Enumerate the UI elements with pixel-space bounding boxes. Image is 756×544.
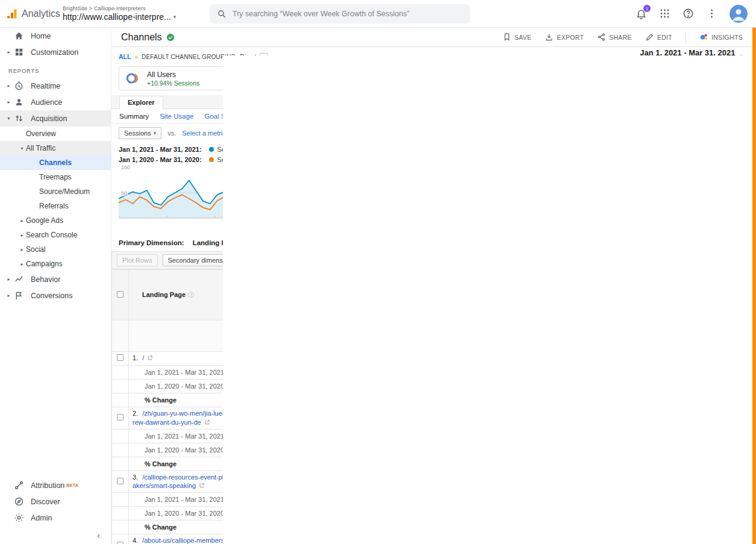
toolbar-divider <box>686 32 686 43</box>
sidebar-item-conversions[interactable]: ▸Conversions <box>0 287 111 304</box>
legend-range: Jan 1, 2020 - Mar 31, 2020: <box>119 156 202 163</box>
action-label: EDIT <box>657 34 672 41</box>
user-avatar[interactable] <box>729 5 748 23</box>
y-axis-label: 50 <box>120 190 128 196</box>
help-icon[interactable] <box>683 8 694 19</box>
open-in-new-icon[interactable] <box>147 355 153 361</box>
report-main: Channels SAVEEXPORTSHAREEDITINSIGHTS ALL… <box>111 28 752 544</box>
export-button[interactable]: EXPORT <box>545 33 584 42</box>
search-bar[interactable] <box>210 4 470 23</box>
sidebar-item-search-console[interactable]: ▸Search Console <box>0 228 111 242</box>
sidebar-item-overview[interactable]: Overview <box>0 127 111 141</box>
attribution-icon <box>14 480 24 490</box>
help-icon[interactable]: ? <box>188 292 194 298</box>
sidebar-item-all-traffic[interactable]: ▾All Traffic <box>0 141 111 155</box>
save-icon <box>502 33 511 42</box>
chevron-right-icon: ▸ <box>5 277 13 282</box>
open-in-new-icon[interactable] <box>199 483 205 489</box>
behavior-icon <box>14 274 24 284</box>
segment-delta: +10.94% Sessions <box>147 80 199 87</box>
home-icon <box>14 31 24 41</box>
sidebar-item-realtime[interactable]: ▸Realtime <box>0 78 111 94</box>
sidebar-item-referrals[interactable]: Referrals <box>0 199 111 213</box>
sidebar-section-label: REPORTS <box>0 60 111 78</box>
edit-button[interactable]: EDIT <box>645 33 672 42</box>
sidebar-item-social[interactable]: ▸Social <box>0 242 111 257</box>
sidebar-item-label: Campaigns <box>26 260 63 268</box>
save-button[interactable]: SAVE <box>502 33 531 42</box>
row-checkbox[interactable] <box>117 478 123 484</box>
property-selector[interactable]: BrightSite > Calliope-Interpreters http:… <box>63 5 201 22</box>
select-all-checkbox[interactable] <box>117 291 123 298</box>
conversions-icon <box>14 290 24 301</box>
sidebar-item-behavior[interactable]: ▸Behavior <box>0 271 111 287</box>
plot-rows-button[interactable]: Plot Rows <box>117 254 158 266</box>
analytics-home-link[interactable]: Analytics <box>0 7 60 20</box>
breadcrumb-all-link[interactable]: ALL <box>119 53 131 60</box>
row-checkbox[interactable] <box>117 354 123 361</box>
sidebar-item-label: Source/Medium <box>39 187 90 196</box>
landing-page-link[interactable]: / <box>142 354 144 361</box>
row-checkbox[interactable] <box>117 414 123 421</box>
sidebar-item-label: Channels <box>39 158 72 167</box>
insights-button[interactable]: INSIGHTS <box>699 33 743 42</box>
sidebar-item-label: Search Console <box>26 231 77 239</box>
sidebar-item-home[interactable]: Home <box>0 28 111 44</box>
chevron-right-icon: ▸ <box>18 233 26 238</box>
sidebar-item-campaigns[interactable]: ▸Campaigns <box>0 257 111 271</box>
segment-name: All Users <box>147 70 199 79</box>
audience-icon <box>14 97 24 107</box>
sidebar-item-attribution[interactable]: AttributionBETA <box>0 477 111 493</box>
legend-dot-icon <box>209 157 214 162</box>
sidebar-item-channels[interactable]: Channels <box>0 155 111 170</box>
sidebar-item-label: Customization <box>31 48 78 57</box>
notification-badge: 1 <box>643 5 651 12</box>
subtab-summary[interactable]: Summary <box>119 113 149 120</box>
search-input[interactable] <box>233 10 463 18</box>
notifications-button[interactable]: 1 <box>636 8 647 19</box>
legend-range: Jan 1, 2021 - Mar 31, 2021: <box>119 146 202 153</box>
select-metric-link[interactable]: Select a metric <box>182 130 226 137</box>
collapse-sidebar-icon[interactable]: ‹ <box>97 531 100 540</box>
scrollbar-thumb[interactable] <box>752 28 756 544</box>
sidebar-item-label: Home <box>31 32 51 40</box>
sidebar-item-discover[interactable]: Discover <box>0 493 111 510</box>
apps-grid-icon[interactable] <box>659 8 670 19</box>
segment-donut-icon <box>125 70 141 86</box>
action-label: SHARE <box>609 34 632 41</box>
sidebar-item-treemaps[interactable]: Treemaps <box>0 170 111 184</box>
sidebar-item-label: Audience <box>31 98 62 107</box>
sidebar-item-audience[interactable]: ▸Audience <box>0 94 111 110</box>
sidebar-item-google-ads[interactable]: ▸Google Ads <box>0 213 111 228</box>
sidebar-item-label: Admin <box>31 514 52 522</box>
open-in-new-icon[interactable] <box>204 419 210 425</box>
product-name: Analytics <box>22 8 60 19</box>
row-index: 2. <box>133 410 138 417</box>
action-label: SAVE <box>514 34 531 41</box>
sidebar-item-label: All Traffic <box>26 144 55 152</box>
chevron-right-icon: ▸ <box>18 218 26 224</box>
chevron-right-icon: ▸ <box>5 99 13 105</box>
sidebar-item-admin[interactable]: Admin <box>0 510 111 526</box>
subtab-site-usage[interactable]: Site Usage <box>160 113 193 120</box>
row-checkbox[interactable] <box>117 542 123 544</box>
export-icon <box>545 33 554 42</box>
row-index: 3. <box>133 474 138 481</box>
sidebar-item-acquisition[interactable]: ▾Acquisition <box>0 110 111 127</box>
more-options-icon[interactable] <box>706 8 717 19</box>
report-table: Landing Page? Acquisition Behavior Conve… <box>111 269 745 544</box>
tab-explorer[interactable]: Explorer <box>119 96 163 109</box>
share-button[interactable]: SHARE <box>597 33 632 42</box>
chevron-down-icon: ▾ <box>154 130 157 136</box>
chevron-right-icon: ▸ <box>18 261 26 267</box>
page-title: Channels <box>121 32 162 43</box>
chevron-down-icon: ▾ <box>18 146 26 151</box>
sidebar-item-source-medium[interactable]: Source/Medium <box>0 184 111 199</box>
sidebar-item-customization[interactable]: ▸Customization <box>0 44 111 60</box>
beta-badge: BETA <box>66 483 78 488</box>
sidebar-item-label: Overview <box>26 130 56 138</box>
vs-label: vs. <box>167 130 176 137</box>
metric-dropdown[interactable]: Sessions▾ <box>119 127 161 139</box>
landing-page-column-header[interactable]: Landing Page <box>142 291 186 298</box>
sidebar-item-label: Social <box>26 245 46 254</box>
